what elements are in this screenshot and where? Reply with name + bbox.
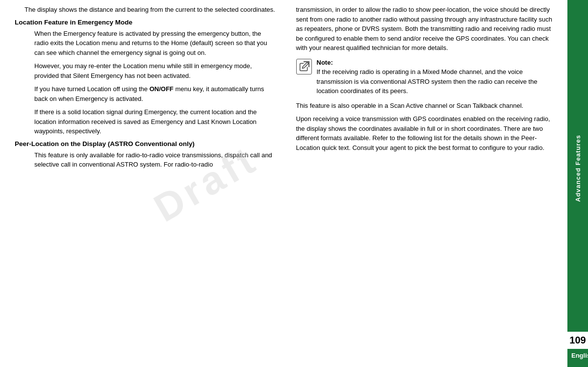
right-para1: This feature is also operable in a Scan … — [296, 101, 558, 111]
note-title: Note: — [317, 59, 333, 66]
section1-para1: When the Emergency feature is activated … — [34, 29, 277, 58]
english-badge: English — [567, 349, 588, 362]
note-icon — [296, 59, 312, 74]
note-content: Note: If the receiving radio is operatin… — [317, 58, 558, 96]
page-number: 109 — [569, 335, 586, 345]
right-para2: Upon receiving a voice transmission with… — [296, 114, 558, 152]
main-content: The display shows the distance and beari… — [0, 0, 567, 367]
page-number-wrapper: 109 — [567, 332, 588, 349]
right-column: transmission, in order to allow the radi… — [291, 5, 558, 362]
intro-text: The display shows the distance and beari… — [25, 5, 277, 15]
section2-para: This feature is only available for radio… — [34, 150, 277, 170]
continuation-text: transmission, in order to allow the radi… — [296, 5, 558, 53]
note-text: If the receiving radio is operating in a… — [317, 68, 537, 95]
right-sidebar: Advanced Features 109 English — [567, 0, 588, 367]
page-container: Draft The display shows the distance and… — [0, 0, 588, 367]
sidebar-label: Advanced Features — [574, 5, 582, 332]
pencil-icon — [299, 62, 309, 72]
section2: Peer-Location on the Display (ASTRO Conv… — [15, 140, 277, 170]
section1-para3: If you have turned Location off using th… — [34, 84, 277, 103]
section1: Location Feature in Emergency Mode When … — [15, 19, 277, 136]
section2-heading: Peer-Location on the Display (ASTRO Conv… — [15, 140, 277, 147]
section1-para2: However, you may re-enter the Location m… — [34, 61, 277, 80]
note-box: Note: If the receiving radio is operatin… — [296, 58, 558, 96]
left-column: The display shows the distance and beari… — [15, 5, 281, 362]
section1-para4: If there is a solid location signal duri… — [34, 107, 277, 136]
section1-heading: Location Feature in Emergency Mode — [15, 19, 277, 26]
on-off-bold: ON/OFF — [150, 85, 174, 93]
